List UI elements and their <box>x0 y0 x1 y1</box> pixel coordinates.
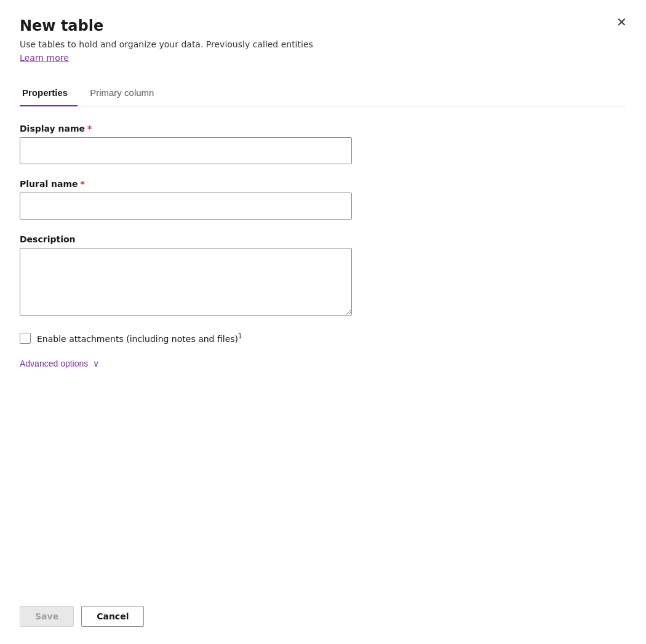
close-button[interactable]: ✕ <box>612 12 631 32</box>
enable-attachments-label[interactable]: Enable attachments (including notes and … <box>37 333 242 344</box>
dialog-header: New table Use tables to hold and organiz… <box>20 17 626 78</box>
plural-name-label: Plural name * <box>20 179 626 189</box>
chevron-down-icon: ∨ <box>93 359 99 368</box>
enable-attachments-checkbox[interactable] <box>20 333 31 344</box>
tabs-container: Properties Primary column <box>20 81 626 106</box>
plural-name-input[interactable] <box>20 193 352 220</box>
advanced-options-button[interactable]: Advanced options ∨ <box>20 359 99 368</box>
learn-more-link[interactable]: Learn more <box>20 53 69 63</box>
description-field: Description <box>20 234 626 318</box>
enable-attachments-row: Enable attachments (including notes and … <box>20 333 626 344</box>
dialog-subtitle: Use tables to hold and organize your dat… <box>20 39 626 49</box>
attachments-footnote: 1 <box>238 333 242 340</box>
description-input[interactable] <box>20 248 352 316</box>
save-button[interactable]: Save <box>20 606 74 627</box>
plural-name-required: * <box>81 179 85 189</box>
display-name-label: Display name * <box>20 124 626 133</box>
display-name-field: Display name * <box>20 124 626 164</box>
dialog-title: New table <box>20 17 626 34</box>
form-section: Display name * Plural name * Description… <box>20 124 626 627</box>
new-table-dialog: ✕ New table Use tables to hold and organ… <box>0 0 646 644</box>
display-name-required: * <box>87 124 92 133</box>
description-label: Description <box>20 234 626 244</box>
advanced-options-label: Advanced options <box>20 359 88 368</box>
plural-name-field: Plural name * <box>20 179 626 220</box>
cancel-button[interactable]: Cancel <box>81 606 144 627</box>
display-name-input[interactable] <box>20 137 352 164</box>
dialog-footer: Save Cancel <box>20 591 144 627</box>
tab-primary-column[interactable]: Primary column <box>87 81 164 106</box>
tab-properties[interactable]: Properties <box>20 81 78 106</box>
